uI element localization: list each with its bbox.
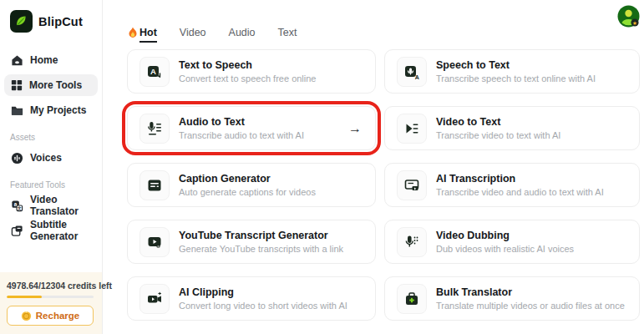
credits-progress-bar <box>7 296 94 298</box>
card-video-to-text[interactable]: Video to TextTranscribe video to text wi… <box>384 106 640 150</box>
card-bulk-translator[interactable]: Bulk TranslatorTranslate multiple videos… <box>384 276 640 321</box>
audio-to-text-icon <box>139 114 170 144</box>
sidebar-item-voices[interactable]: Voices <box>4 147 98 169</box>
grid-icon <box>11 79 23 91</box>
nav-label: Voices <box>30 152 62 164</box>
folder-icon <box>11 104 23 117</box>
sidebar: BlipCut Home More Tools My Projects Asse… <box>0 0 103 334</box>
card-title: Audio to Text <box>179 116 304 128</box>
card-title: Bulk Translator <box>436 286 625 298</box>
recharge-label: Recharge <box>36 311 79 321</box>
featured-tools-nav: a文 Video Translator Subtitle Generator <box>0 195 102 241</box>
main-content: Hot Video Audio Text A Text to SpeechCon… <box>117 0 644 334</box>
sidebar-item-home[interactable]: Home <box>4 49 98 71</box>
tab-audio[interactable]: Audio <box>229 27 256 43</box>
recharge-button[interactable]: Recharge <box>7 306 94 326</box>
card-ai-transcription[interactable]: AI TranscriptionTranscribe video and aud… <box>384 163 640 207</box>
card-youtube-transcript-generator[interactable]: YouTube Transcript GeneratorGenerate You… <box>127 220 376 264</box>
credits-panel: 4978.64/12304 credits left Recharge <box>0 272 102 334</box>
card-subtitle: Transcribe video to text with AI <box>436 130 560 140</box>
card-subtitle: Translate multiple videos or audio files… <box>436 301 625 311</box>
card-speech-to-text[interactable]: A Speech to TextTranscribe speech to tex… <box>384 49 640 94</box>
sidebar-nav: Home More Tools My Projects <box>0 49 102 121</box>
credits-progress-fill <box>7 296 42 298</box>
card-subtitle: Convert long video to short videos with … <box>179 301 347 311</box>
blipcut-logo-icon <box>10 10 33 33</box>
card-title: Speech to Text <box>436 59 596 71</box>
section-label-featured-tools: Featured Tools <box>0 172 102 195</box>
svg-text:★: ★ <box>632 20 637 27</box>
svg-text:文: 文 <box>17 205 22 210</box>
brand[interactable]: BlipCut <box>0 0 102 33</box>
youtube-transcript-icon <box>139 227 170 257</box>
sidebar-item-my-projects[interactable]: My Projects <box>4 99 98 121</box>
nav-label: My Projects <box>30 104 86 116</box>
subtitle-generator-icon <box>11 225 23 237</box>
avatar[interactable]: ★ <box>617 5 640 28</box>
card-text-to-speech[interactable]: A Text to SpeechConvert text to speech f… <box>127 49 376 94</box>
video-to-text-icon <box>397 114 427 144</box>
tab-text[interactable]: Text <box>278 27 297 43</box>
svg-text:A: A <box>150 66 156 75</box>
arrow-right-icon: → <box>348 121 365 136</box>
video-dubbing-icon <box>397 227 427 257</box>
tab-video[interactable]: Video <box>180 27 206 43</box>
nav-label: Home <box>30 54 58 66</box>
bulk-translator-icon <box>397 284 427 314</box>
brand-name: BlipCut <box>38 15 83 28</box>
tab-hot[interactable]: Hot <box>128 27 157 43</box>
card-caption-generator[interactable]: Caption GeneratorAuto generate captions … <box>127 163 376 207</box>
speech-to-text-icon: A <box>397 57 427 87</box>
card-title: Video Dubbing <box>436 230 574 241</box>
tab-label: Audio <box>229 27 256 38</box>
card-ai-clipping[interactable]: AI ClippingConvert long video to short v… <box>127 276 376 321</box>
card-subtitle: Auto generate captions for videos <box>179 187 316 197</box>
sidebar-item-video-translator[interactable]: a文 Video Translator <box>4 195 98 216</box>
card-subtitle: Dub videos with realistic AI voices <box>436 244 574 254</box>
card-title: AI Clipping <box>179 286 347 298</box>
tab-bar: Hot Video Audio Text <box>117 0 644 43</box>
card-subtitle: Convert text to speech free online <box>179 73 316 84</box>
ai-clipping-icon <box>139 284 170 314</box>
home-icon <box>11 54 23 67</box>
card-subtitle: Transcribe speech to text online with AI <box>436 73 596 84</box>
credits-left-text: 4978.64/12304 credits left <box>7 281 95 291</box>
card-subtitle: Transcribe video and audio to text with … <box>436 187 604 197</box>
card-title: YouTube Transcript Generator <box>179 230 343 241</box>
card-title: Video to Text <box>436 116 560 128</box>
video-translator-icon: a文 <box>11 200 23 212</box>
card-title: Text to Speech <box>179 59 316 71</box>
caption-generator-icon <box>139 170 170 200</box>
tab-label: Hot <box>139 27 157 43</box>
tab-label: Video <box>180 27 206 38</box>
tab-label: Text <box>278 27 297 38</box>
card-subtitle: Transcribe audio to text with AI <box>179 130 304 140</box>
sidebar-item-more-tools[interactable]: More Tools <box>4 74 98 96</box>
sidebar-item-subtitle-generator[interactable]: Subtitle Generator <box>4 220 98 241</box>
svg-text:A: A <box>415 73 419 79</box>
nav-label: Video Translator <box>30 194 91 217</box>
voice-waveform-icon <box>11 152 23 164</box>
nav-label: Subtitle Generator <box>30 219 91 242</box>
coin-icon <box>21 311 32 321</box>
ai-transcription-icon <box>397 170 427 200</box>
tools-grid: A Text to SpeechConvert text to speech f… <box>127 49 640 321</box>
card-audio-to-text[interactable]: Audio to TextTranscribe audio to text wi… <box>127 106 376 150</box>
text-to-speech-icon: A <box>139 57 170 87</box>
card-title: AI Transcription <box>436 173 604 185</box>
card-subtitle: Generate YouTube transcripts with a link <box>179 244 343 254</box>
nav-label: More Tools <box>29 79 82 91</box>
section-label-assets: Assets <box>0 124 102 147</box>
card-title: Caption Generator <box>179 173 316 185</box>
card-video-dubbing[interactable]: Video DubbingDub videos with realistic A… <box>384 220 640 264</box>
flame-icon <box>128 27 138 38</box>
assets-nav: Voices <box>0 147 102 169</box>
